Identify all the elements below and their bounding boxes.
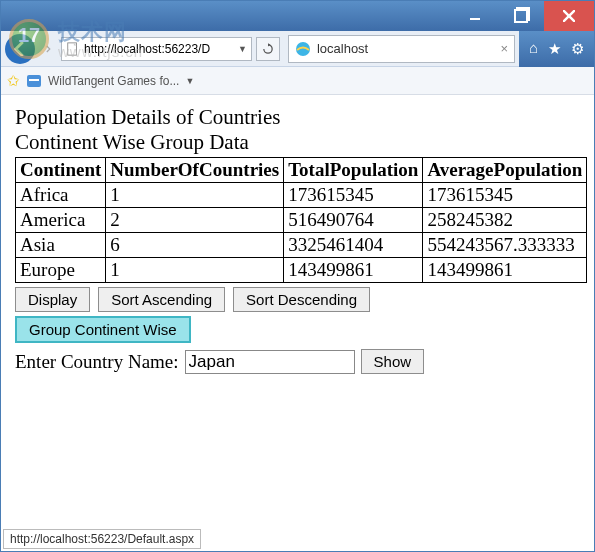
show-button[interactable]: Show: [361, 349, 425, 374]
col-continent: Continent: [16, 158, 106, 183]
add-favorite-icon[interactable]: ✩: [7, 72, 20, 90]
ie-icon: [295, 41, 311, 57]
button-row-1: Display Sort Ascending Sort Descending: [15, 287, 580, 312]
browser-window: ▼ localhost × ⌂ ★ ⚙ ✩ WildTangent Games …: [0, 0, 595, 552]
url-input[interactable]: [82, 41, 236, 57]
sort-descending-button[interactable]: Sort Descending: [233, 287, 370, 312]
tab-close-button[interactable]: ×: [500, 41, 508, 56]
nav-right-toolbar: ⌂ ★ ⚙: [519, 31, 594, 67]
heading-1: Population Details of Countries: [15, 105, 580, 130]
favorites-bar: ✩ WildTangent Games fo... ▼: [1, 67, 594, 95]
refresh-icon: [263, 43, 273, 55]
cell: America: [16, 208, 106, 233]
cell: 1: [106, 258, 284, 283]
heading-2: Continent Wise Group Data: [15, 130, 580, 155]
window-minimize-button[interactable]: [452, 1, 498, 31]
cell: 258245382: [423, 208, 587, 233]
cell: 3325461404: [284, 233, 423, 258]
cell: 2: [106, 208, 284, 233]
display-button[interactable]: Display: [15, 287, 90, 312]
table-row: Europe 1 143499861 143499861: [16, 258, 587, 283]
button-row-2: Group Continent Wise: [15, 316, 580, 343]
bookmark-site-icon: [26, 73, 42, 89]
country-input-label: Enter Country Name:: [15, 351, 179, 373]
cell: Europe: [16, 258, 106, 283]
arrow-right-icon: [45, 44, 51, 54]
table-row: Africa 1 173615345 173615345: [16, 183, 587, 208]
data-table: Continent NumberOfCountries TotalPopulat…: [15, 157, 587, 283]
page-content: Population Details of Countries Continen…: [1, 95, 594, 551]
table-row: America 2 516490764 258245382: [16, 208, 587, 233]
bookmark-link[interactable]: WildTangent Games fo...: [48, 74, 179, 88]
window-close-button[interactable]: [544, 1, 594, 31]
cell: 143499861: [284, 258, 423, 283]
country-name-input[interactable]: [185, 350, 355, 374]
cell: 554243567.333333: [423, 233, 587, 258]
browser-tab[interactable]: localhost ×: [288, 35, 515, 63]
cell: Asia: [16, 233, 106, 258]
tab-title: localhost: [317, 41, 494, 56]
window-maximize-button[interactable]: [498, 1, 544, 31]
page-icon: [66, 42, 80, 56]
home-icon[interactable]: ⌂: [529, 40, 538, 58]
table-header-row: Continent NumberOfCountries TotalPopulat…: [16, 158, 587, 183]
refresh-button[interactable]: [256, 37, 280, 61]
arrow-left-icon: [13, 42, 27, 56]
status-bar: http://localhost:56223/Default.aspx: [3, 529, 201, 549]
svg-rect-5: [29, 79, 39, 81]
navbar-row: ▼ localhost × ⌂ ★ ⚙: [1, 31, 594, 67]
col-number-countries: NumberOfCountries: [106, 158, 284, 183]
back-button[interactable]: [5, 34, 35, 64]
tools-icon[interactable]: ⚙: [571, 40, 584, 58]
window-titlebar: [1, 1, 594, 31]
col-average-population: AveragePopulation: [423, 158, 587, 183]
forward-button[interactable]: [39, 37, 57, 61]
table-row: Asia 6 3325461404 554243567.333333: [16, 233, 587, 258]
cell: 173615345: [423, 183, 587, 208]
bookmark-dropdown-icon[interactable]: ▼: [185, 76, 194, 86]
cell: 173615345: [284, 183, 423, 208]
sort-ascending-button[interactable]: Sort Ascending: [98, 287, 225, 312]
cell: 6: [106, 233, 284, 258]
navbar: ▼ localhost ×: [1, 31, 519, 67]
address-bar[interactable]: ▼: [61, 37, 252, 61]
cell: Africa: [16, 183, 106, 208]
cell: 143499861: [423, 258, 587, 283]
close-icon: [563, 10, 575, 22]
dropdown-icon[interactable]: ▼: [238, 44, 247, 54]
country-input-row: Enter Country Name: Show: [15, 349, 580, 374]
group-continent-wise-button[interactable]: Group Continent Wise: [15, 316, 191, 343]
col-total-population: TotalPopulation: [284, 158, 423, 183]
cell: 516490764: [284, 208, 423, 233]
cell: 1: [106, 183, 284, 208]
favorites-icon[interactable]: ★: [548, 40, 561, 58]
